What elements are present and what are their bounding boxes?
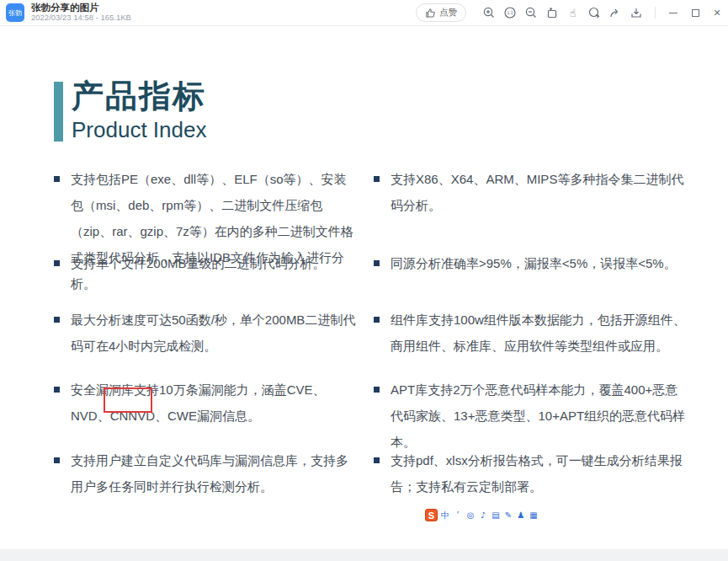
close-icon: ✕ xyxy=(713,8,720,19)
bullet-left-3: 最大分析速度可达50函数/秒，单个200MB二进制代码可在4小时内完成检测。 xyxy=(54,307,357,359)
sogou-logo-icon[interactable]: S xyxy=(425,509,438,521)
title-accent-bar xyxy=(54,82,63,142)
bullet-text: 组件库支持100w组件版本数据能力，包括开源组件、商用组件、标准库、应用软件等类… xyxy=(391,307,687,359)
ime-toolbox-icon[interactable]: ▦ xyxy=(529,510,539,520)
toolbar-divider xyxy=(655,7,656,19)
ime-voice-icon[interactable]: ♪ xyxy=(478,510,488,520)
maximize-icon xyxy=(692,9,699,17)
bullet-right-1: 支持X86、X64、ARM、MIPS等多种指令集二进制代码分析。 xyxy=(374,166,687,218)
ime-punctuation-icon[interactable]: ’ xyxy=(453,510,463,520)
minimize-button[interactable] xyxy=(662,3,684,23)
avatar: 张勃 xyxy=(6,3,24,22)
bullet-text: 支持包括PE（exe、dll等）、ELF（so等）、安装包（msi、deb、rp… xyxy=(71,166,357,297)
bullet-marker xyxy=(374,260,380,266)
bullet-text: 最大分析速度可达50函数/秒，单个200MB二进制代码可在4小时内完成检测。 xyxy=(71,307,357,359)
ime-status-bar: S 中 ’ ◎ ♪ ▤ ✎ ♟ ▦ xyxy=(425,509,539,521)
bullet-marker xyxy=(54,260,60,266)
titlebar-actions: 点赞 1:1 xyxy=(416,3,728,23)
actual-size-icon[interactable]: 1:1 xyxy=(499,3,520,23)
like-button[interactable]: 点赞 xyxy=(416,3,466,22)
ime-language-icon[interactable]: 中 xyxy=(440,510,450,521)
bullet-text: APT库支持2万个恶意代码样本能力，覆盖400+恶意代码家族、13+恶意类型、1… xyxy=(391,377,687,455)
titlebar: 张勃 张勃分享的图片 2022/03/23 14:58 - 165.1KB 点赞 xyxy=(0,0,728,26)
bullet-left-2: 支持单个文件200MB量级的二进制代码分析。 xyxy=(54,250,357,276)
bullet-marker xyxy=(54,457,60,463)
bullet-text: 支持X86、X64、ARM、MIPS等多种指令集二进制代码分析。 xyxy=(391,166,687,218)
zoom-out-icon[interactable] xyxy=(520,3,541,23)
bullet-text: 支持pdf、xlsx分析报告格式，可一键生成分析结果报告；支持私有云定制部署。 xyxy=(391,447,687,500)
maximize-button[interactable] xyxy=(684,3,706,23)
red-annotation-box xyxy=(104,387,152,413)
bullet-marker xyxy=(54,387,60,393)
bullet-marker xyxy=(374,457,380,463)
bullet-right-2: 同源分析准确率>95%，漏报率<5%，误报率<5%。 xyxy=(374,250,687,276)
viewer-background-strip xyxy=(0,549,728,561)
slide-title-cn: 产品指标 xyxy=(72,75,206,118)
bullet-right-5: 支持pdf、xlsx分析报告格式，可一键生成分析结果报告；支持私有云定制部署。 xyxy=(374,447,687,500)
share-icon[interactable] xyxy=(604,3,625,23)
image-viewer-window: 张勃 张勃分享的图片 2022/03/23 14:58 - 165.1KB 点赞 xyxy=(0,0,728,561)
ime-handwriting-icon[interactable]: ✎ xyxy=(503,510,513,520)
ime-skin-icon[interactable]: ♟ xyxy=(516,510,526,520)
bullet-text: 支持单个文件200MB量级的二进制代码分析。 xyxy=(71,250,326,276)
bullet-left-5: 支持用户建立自定义代码库与漏洞信息库，支持多用户多任务同时并行执行检测分析。 xyxy=(54,447,357,500)
bullet-text: 同源分析准确率>95%，漏报率<5%，误报率<5%。 xyxy=(391,250,677,276)
close-button[interactable]: ✕ xyxy=(706,3,728,23)
bullet-left-4: 安全漏洞库支持10万条漏洞能力，涵盖CVE、NVD、CNNVD、CWE漏洞信息。 xyxy=(54,377,357,429)
minimize-icon xyxy=(669,13,678,13)
image-canvas[interactable]: 产品指标 Product Index 支持包括PE（exe、dll等）、ELF（… xyxy=(0,26,728,561)
shared-image-meta: 2022/03/23 14:58 - 165.1KB xyxy=(31,13,131,23)
bullet-text: 支持用户建立自定义代码库与漏洞信息库，支持多用户多任务同时并行执行检测分析。 xyxy=(71,447,357,500)
thumbs-up-icon xyxy=(425,8,436,19)
bullet-marker xyxy=(374,387,380,393)
zoom-in-icon[interactable] xyxy=(478,3,499,23)
bullet-marker xyxy=(54,317,60,323)
hand-tool-icon[interactable]: ☝ xyxy=(562,3,583,23)
slide-title-en: Product Index xyxy=(72,117,206,143)
bullet-marker xyxy=(54,176,60,182)
window-controls: ✕ xyxy=(662,3,728,23)
download-icon[interactable] xyxy=(625,3,646,23)
bullet-right-4: APT库支持2万个恶意代码样本能力，覆盖400+恶意代码家族、13+恶意类型、1… xyxy=(374,377,687,455)
ime-emoji-icon[interactable]: ◎ xyxy=(465,510,476,520)
bullet-left-1: 支持包括PE（exe、dll等）、ELF（so等）、安装包（msi、deb、rp… xyxy=(54,166,357,297)
bullet-marker xyxy=(374,176,380,182)
ime-keyboard-icon[interactable]: ▤ xyxy=(491,510,501,520)
like-label: 点赞 xyxy=(439,7,457,19)
bullet-marker xyxy=(374,317,380,323)
toolbar-icons: 1:1 ☝ xyxy=(478,3,646,23)
bullet-right-3: 组件库支持100w组件版本数据能力，包括开源组件、商用组件、标准库、应用软件等类… xyxy=(374,307,687,359)
rotate-icon[interactable] xyxy=(541,3,562,23)
annotate-icon[interactable] xyxy=(583,3,604,23)
titlebar-text: 张勃分享的图片 2022/03/23 14:58 - 165.1KB xyxy=(31,3,131,23)
svg-text:1:1: 1:1 xyxy=(507,10,513,15)
